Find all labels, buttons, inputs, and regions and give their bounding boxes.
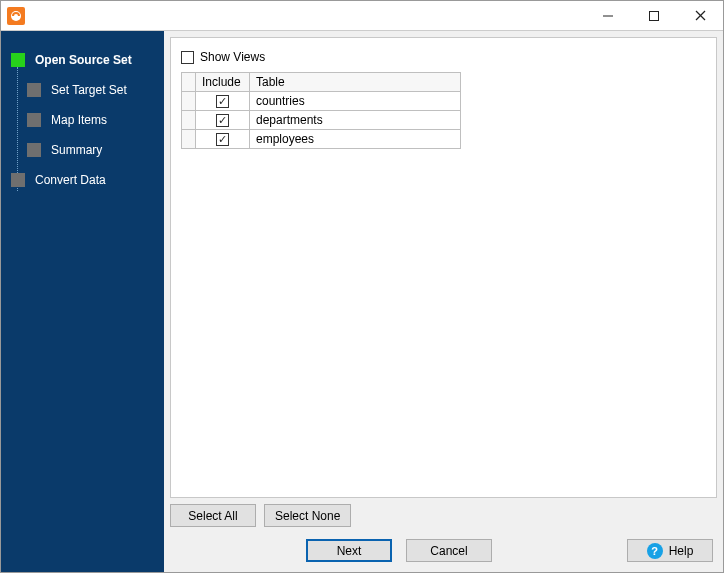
step-indicator-icon bbox=[27, 143, 41, 157]
show-views-label: Show Views bbox=[200, 50, 265, 64]
app-icon bbox=[7, 7, 25, 25]
svg-line-4 bbox=[696, 11, 705, 20]
step-label: Set Target Set bbox=[51, 83, 127, 97]
content-area: Show Views Include Table countriesdepart… bbox=[170, 37, 717, 498]
include-cell bbox=[196, 111, 250, 130]
step-label: Convert Data bbox=[35, 173, 106, 187]
step-indicator-icon bbox=[27, 83, 41, 97]
table-row[interactable]: employees bbox=[182, 130, 461, 149]
main-panel: Show Views Include Table countriesdepart… bbox=[164, 31, 723, 572]
row-header bbox=[182, 111, 196, 130]
step-indicator-icon bbox=[27, 113, 41, 127]
step-convert-data[interactable]: Convert Data bbox=[1, 165, 164, 195]
row-header bbox=[182, 92, 196, 111]
next-button[interactable]: Next bbox=[306, 539, 392, 562]
step-indicator-icon bbox=[11, 53, 25, 67]
help-button[interactable]: ? Help bbox=[627, 539, 713, 562]
step-map-items[interactable]: Map Items bbox=[1, 105, 164, 135]
select-all-button[interactable]: Select All bbox=[170, 504, 256, 527]
step-label: Map Items bbox=[51, 113, 107, 127]
wizard-window: Open Source Set Set Target Set Map Items… bbox=[0, 0, 724, 573]
include-checkbox[interactable] bbox=[216, 133, 229, 146]
help-icon: ? bbox=[647, 543, 663, 559]
wizard-sidebar: Open Source Set Set Target Set Map Items… bbox=[1, 31, 164, 572]
minimize-button[interactable] bbox=[585, 1, 631, 31]
step-label: Open Source Set bbox=[35, 53, 132, 67]
step-label: Summary bbox=[51, 143, 102, 157]
close-button[interactable] bbox=[677, 1, 723, 31]
include-cell bbox=[196, 92, 250, 111]
titlebar bbox=[1, 1, 723, 31]
svg-line-3 bbox=[696, 11, 705, 20]
grid-corner bbox=[182, 73, 196, 92]
step-summary[interactable]: Summary bbox=[1, 135, 164, 165]
table-row[interactable]: departments bbox=[182, 111, 461, 130]
step-indicator-icon bbox=[11, 173, 25, 187]
wizard-footer: Next Cancel ? Help bbox=[164, 531, 723, 572]
include-checkbox[interactable] bbox=[216, 114, 229, 127]
step-set-target-set[interactable]: Set Target Set bbox=[1, 75, 164, 105]
maximize-button[interactable] bbox=[631, 1, 677, 31]
table-name-cell: countries bbox=[250, 92, 461, 111]
tables-grid: Include Table countriesdepartmentsemploy… bbox=[181, 72, 461, 149]
cancel-button[interactable]: Cancel bbox=[406, 539, 492, 562]
show-views-checkbox[interactable] bbox=[181, 51, 194, 64]
step-open-source-set[interactable]: Open Source Set bbox=[1, 45, 164, 75]
select-none-button[interactable]: Select None bbox=[264, 504, 351, 527]
window-controls bbox=[585, 1, 723, 31]
include-checkbox[interactable] bbox=[216, 95, 229, 108]
selection-buttons: Select All Select None bbox=[170, 504, 717, 527]
column-header-include[interactable]: Include bbox=[196, 73, 250, 92]
table-row[interactable]: countries bbox=[182, 92, 461, 111]
table-name-cell: departments bbox=[250, 111, 461, 130]
column-header-table[interactable]: Table bbox=[250, 73, 461, 92]
table-name-cell: employees bbox=[250, 130, 461, 149]
row-header bbox=[182, 130, 196, 149]
help-label: Help bbox=[669, 544, 694, 558]
svg-rect-2 bbox=[650, 11, 659, 20]
include-cell bbox=[196, 130, 250, 149]
